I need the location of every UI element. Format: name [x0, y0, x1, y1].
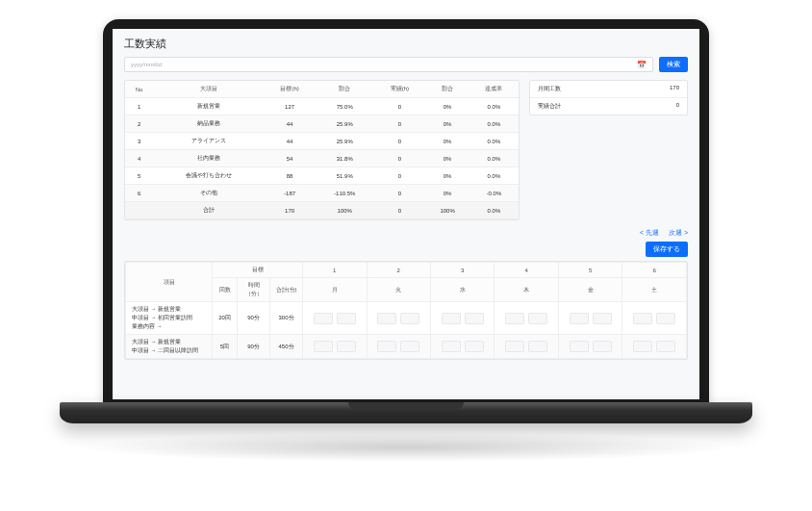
- summary-row: 月間工数170: [530, 81, 687, 98]
- summary-card: No 大項目 目標(h) 割合 実績(h) 割合 達成率 1新規営業12775.…: [124, 80, 520, 220]
- next-week-link[interactable]: 次週 >: [669, 228, 688, 238]
- time-input[interactable]: [442, 341, 461, 352]
- col-rate: 達成率: [469, 81, 519, 98]
- time-input[interactable]: [528, 313, 547, 324]
- time-input[interactable]: [656, 341, 675, 352]
- time-input[interactable]: [400, 341, 419, 352]
- week-nav: < 先週 次週 >: [124, 228, 688, 238]
- save-button[interactable]: 保存する: [646, 242, 688, 257]
- time-input[interactable]: [400, 313, 419, 324]
- side-summary-card: 月間工数170実績合計0: [529, 80, 688, 115]
- prev-week-link[interactable]: < 先週: [640, 228, 659, 238]
- summary-row: 実績合計0: [530, 98, 687, 115]
- summary-table: No 大項目 目標(h) 割合 実績(h) 割合 達成率 1新規営業12775.…: [125, 81, 519, 219]
- table-row: 5会議や打ち合わせ8851.9%00%0.0%: [125, 167, 519, 185]
- time-input[interactable]: [570, 313, 589, 324]
- col-item: 大項目: [153, 81, 264, 98]
- time-input[interactable]: [633, 313, 652, 324]
- detail-table: 項目 目標 1 2 3 4 5 6 回数 時間（分） 合計(分): [125, 262, 687, 359]
- time-input[interactable]: [377, 313, 396, 324]
- time-input[interactable]: [337, 341, 356, 352]
- app-screen: 工数実績 yyyy/mm/dd 📅 検索 No 大項目 目標(h) 割合: [113, 29, 699, 399]
- table-row: 3アライアンス4425.9%00%0.0%: [125, 133, 519, 150]
- time-input[interactable]: [465, 341, 484, 352]
- time-input[interactable]: [505, 341, 524, 352]
- col-ratio2: 割合: [425, 81, 469, 98]
- search-bar: yyyy/mm/dd 📅 検索: [124, 57, 688, 72]
- search-button[interactable]: 検索: [659, 57, 688, 72]
- date-placeholder: yyyy/mm/dd: [131, 62, 162, 67]
- time-input[interactable]: [633, 341, 652, 352]
- date-input[interactable]: yyyy/mm/dd 📅: [124, 57, 653, 72]
- time-input[interactable]: [570, 341, 589, 352]
- col-actual: 実績(h): [373, 81, 425, 98]
- calendar-icon[interactable]: 📅: [637, 61, 647, 69]
- time-input[interactable]: [314, 313, 333, 324]
- table-row: 2納品業務4425.9%00%0.0%: [125, 115, 519, 133]
- time-input[interactable]: [593, 341, 612, 352]
- time-input[interactable]: [465, 313, 484, 324]
- table-row: 6その他-187-110.5%00%-0.0%: [125, 185, 519, 202]
- detail-card: 項目 目標 1 2 3 4 5 6 回数 時間（分） 合計(分): [124, 261, 688, 360]
- time-input[interactable]: [314, 341, 333, 352]
- col-ratio1: 割合: [316, 81, 373, 98]
- col-target: 目標(h): [264, 81, 316, 98]
- table-row: 1新規営業12775.0%00%0.0%: [125, 98, 519, 115]
- time-input[interactable]: [593, 313, 612, 324]
- time-input[interactable]: [377, 341, 396, 352]
- time-input[interactable]: [656, 313, 675, 324]
- table-row: 大項目 → 新規営業中項目 → 初回営業訪問業務内容 →20回90分300分: [126, 302, 687, 335]
- time-input[interactable]: [528, 341, 547, 352]
- time-input[interactable]: [442, 313, 461, 324]
- time-input[interactable]: [337, 313, 356, 324]
- page-title: 工数実績: [124, 37, 688, 51]
- table-row: 4社内業務5431.8%00%0.0%: [125, 150, 519, 167]
- time-input[interactable]: [505, 313, 524, 324]
- table-row: 大項目 → 新規営業中項目 → 二回目以降訪問5回90分450分: [126, 335, 687, 359]
- col-no: No: [125, 81, 153, 98]
